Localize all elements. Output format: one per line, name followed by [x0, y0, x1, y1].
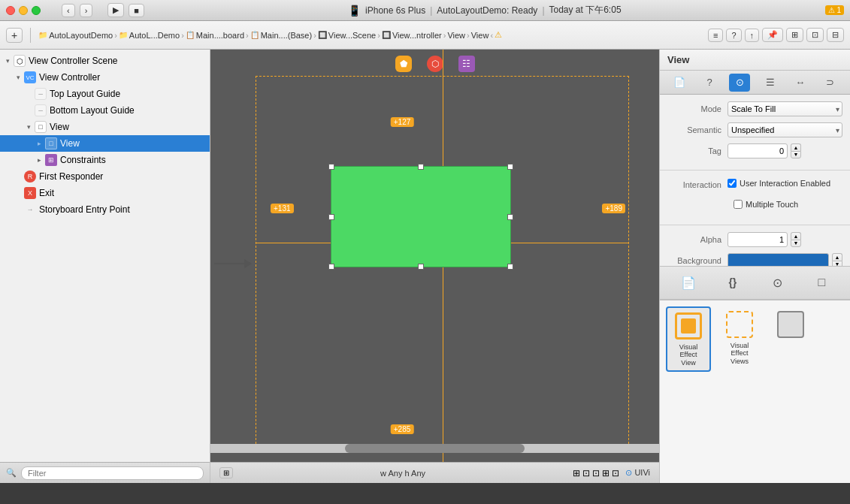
- editor-toggle[interactable]: ⊡: [806, 28, 824, 42]
- background-stepper-up[interactable]: ▲: [832, 253, 842, 261]
- help-button[interactable]: ?: [726, 29, 741, 42]
- obj-item-selected[interactable]: VisualEffectView: [666, 306, 711, 372]
- disclosure-top: ▸: [24, 89, 33, 98]
- tree-item-view-parent[interactable]: ▾ □ View: [0, 119, 210, 135]
- tree-item-responder[interactable]: ▸ R First Responder: [0, 168, 210, 185]
- tree-label-exit: Exit: [39, 188, 54, 198]
- panel-icon-curly[interactable]: {}: [721, 270, 745, 294]
- run-button[interactable]: ▶: [107, 3, 124, 17]
- view-toggle[interactable]: ⊟: [827, 28, 844, 42]
- scroll-thumb[interactable]: [345, 444, 525, 453]
- back-button[interactable]: ‹: [62, 4, 75, 17]
- multiple-touch-checkbox[interactable]: [734, 200, 743, 209]
- close-button[interactable]: [6, 6, 15, 15]
- disclosure-view-parent[interactable]: ▾: [24, 122, 33, 131]
- tab-connections[interactable]: ⊃: [820, 74, 841, 92]
- semantic-label: Semantic: [667, 125, 727, 134]
- tree-item-bottom-guide[interactable]: ▸ ─ Bottom Layout Guide: [0, 102, 210, 119]
- handle-mr[interactable]: [507, 214, 513, 220]
- tab-identity[interactable]: ⊙: [729, 74, 750, 92]
- disclosure-vc[interactable]: ▾: [14, 73, 23, 82]
- tree-item-constraints[interactable]: ▸ ⊞ Constraints: [0, 152, 210, 168]
- handle-br[interactable]: [507, 264, 513, 270]
- outline-toggle[interactable]: ⊞: [219, 467, 233, 478]
- breadcrumb-warning: ⚠: [495, 30, 502, 40]
- mode-select[interactable]: Scale To Fill: [727, 101, 842, 116]
- breadcrumb-item-7[interactable]: View: [447, 31, 465, 40]
- tag-input[interactable]: [727, 143, 788, 158]
- semantic-select[interactable]: Unspecified: [727, 122, 842, 137]
- panel-icon-square[interactable]: □: [809, 270, 833, 294]
- tab-size[interactable]: ↔: [790, 74, 811, 92]
- forward-button[interactable]: ›: [80, 4, 93, 17]
- panel-icon-circle[interactable]: ⊙: [765, 270, 789, 294]
- handle-tr[interactable]: [507, 164, 513, 170]
- app-icon: 📱: [348, 5, 361, 17]
- breadcrumb-item-8[interactable]: View: [471, 31, 489, 40]
- obj-item-gray[interactable]: [768, 306, 813, 345]
- disclosure-responder: ▸: [14, 172, 23, 181]
- tab-quick-help[interactable]: ?: [699, 74, 720, 92]
- user-interaction-row: User Interaction Enabled: [727, 179, 830, 188]
- user-interaction-checkbox[interactable]: [727, 179, 737, 188]
- separator2: |: [542, 5, 544, 16]
- handle-bl[interactable]: [328, 264, 334, 270]
- handle-tl[interactable]: [328, 164, 334, 170]
- inspector-toggle[interactable]: ≡: [708, 29, 723, 42]
- canvas-icon-1[interactable]: ⬟: [395, 56, 412, 72]
- green-rectangle[interactable]: [331, 166, 511, 267]
- canvas-icon-2[interactable]: ⬡: [427, 56, 443, 72]
- alpha-input[interactable]: [727, 232, 788, 247]
- panel-icon-doc[interactable]: 📄: [676, 270, 700, 294]
- breadcrumb-item-6[interactable]: 🔲 View...ntroller: [382, 31, 442, 40]
- panel-toggle[interactable]: ⊞: [786, 28, 803, 42]
- tab-attributes[interactable]: ☰: [760, 74, 781, 92]
- background-stepper-down[interactable]: ▼: [832, 261, 842, 266]
- tag-stepper-up[interactable]: ▲: [791, 143, 801, 151]
- status-icon-1[interactable]: ⊞: [573, 468, 580, 478]
- toolbar-right: ≡ ? ↑ 📌 ⊞ ⊡ ⊟: [708, 28, 844, 42]
- pin-button[interactable]: 📌: [762, 28, 783, 42]
- tree-item-vc[interactable]: ▾ VC View Controller: [0, 69, 210, 86]
- disclosure-bottom: ▸: [24, 106, 33, 115]
- share-button[interactable]: ↑: [745, 29, 760, 42]
- semantic-control: Unspecified: [727, 122, 842, 137]
- tree-item-entry[interactable]: ▸ → Storyboard Entry Point: [0, 201, 210, 218]
- status-icon-4[interactable]: ⊞: [602, 468, 610, 478]
- tree-label-constraints: Constraints: [60, 155, 106, 165]
- tree-item-exit[interactable]: ▸ X Exit: [0, 185, 210, 201]
- breadcrumb-item-4[interactable]: 📋 Main....(Base): [250, 31, 312, 40]
- status-icon-5[interactable]: ⊡: [612, 468, 619, 478]
- status-icon-3[interactable]: ⊡: [592, 468, 600, 478]
- fullscreen-button[interactable]: [32, 6, 41, 15]
- handle-ml[interactable]: [328, 214, 334, 220]
- arrow-line: [214, 263, 244, 264]
- obj-item-dashed[interactable]: VisualEffectViews: [717, 306, 762, 369]
- handle-bm[interactable]: [418, 264, 424, 270]
- breadcrumb-item-5[interactable]: 🔲 View...Scene: [318, 31, 376, 40]
- handle-tm[interactable]: [418, 164, 424, 170]
- tag-stepper-down[interactable]: ▼: [791, 151, 801, 159]
- add-button[interactable]: +: [6, 28, 23, 43]
- minimize-button[interactable]: [19, 6, 28, 15]
- status-icon-2[interactable]: ⊡: [582, 468, 590, 478]
- stop-button[interactable]: ■: [129, 4, 144, 17]
- canvas-area[interactable]: ⬟ ⬡ ☷: [210, 50, 659, 483]
- canvas-icon-3[interactable]: ☷: [458, 56, 475, 72]
- tree-item-scene[interactable]: ▾ ⬡ View Controller Scene: [0, 53, 210, 69]
- alpha-stepper-down[interactable]: ▼: [791, 240, 801, 248]
- disclosure-scene[interactable]: ▾: [3, 56, 12, 65]
- background-color-swatch[interactable]: [727, 253, 829, 266]
- disclosure-constraints[interactable]: ▸: [35, 155, 44, 164]
- breadcrumb-item-1[interactable]: 📁 AutoLayoutDemo: [38, 31, 113, 40]
- scroll-indicator[interactable]: [210, 444, 659, 453]
- breadcrumb-item-2[interactable]: 📁 AutoL...Demo: [119, 31, 180, 40]
- tab-file[interactable]: 📄: [669, 74, 690, 92]
- filter-input[interactable]: [21, 466, 204, 480]
- tree-item-view-child[interactable]: ▸ □ View: [0, 135, 210, 152]
- breadcrumb-item-3[interactable]: 📋 Main....board: [186, 31, 244, 40]
- alpha-stepper-up[interactable]: ▲: [791, 232, 801, 240]
- tree-item-top-guide[interactable]: ▸ ─ Top Layout Guide: [0, 86, 210, 102]
- titlebar-right: ⚠ 1: [825, 5, 844, 15]
- warning-badge: ⚠ 1: [825, 5, 844, 15]
